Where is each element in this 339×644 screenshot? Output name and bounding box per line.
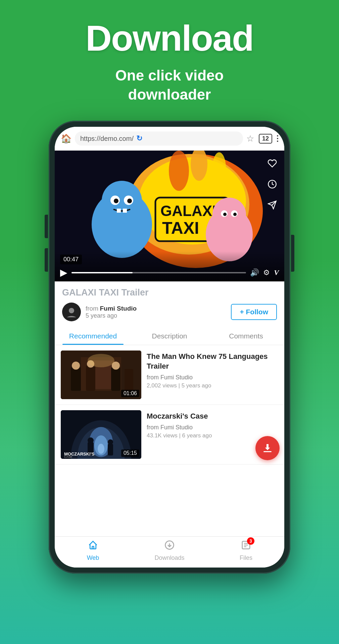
svg-point-21	[169, 151, 189, 191]
tabs-row: Recommended Description Comments	[55, 326, 284, 345]
more-menu-icon[interactable]	[277, 135, 278, 142]
svg-point-28	[69, 308, 74, 313]
channel-time: 5 years ago	[86, 312, 226, 319]
hero-subtitle: One click video downloader	[20, 66, 319, 104]
url-text: https://demo.com/	[80, 135, 134, 143]
svg-point-11	[114, 199, 118, 203]
history-icon[interactable]	[265, 177, 280, 192]
video-player[interactable]: GALAXI TAXI	[55, 151, 284, 281]
list-item: 01:06 The Man Who Knew 75 Languages Trai…	[55, 345, 284, 405]
svg-point-20	[233, 213, 237, 216]
tab-recommended[interactable]: Recommended	[55, 326, 131, 345]
svg-rect-35	[86, 366, 95, 391]
nav-downloads[interactable]: Downloads	[131, 540, 208, 561]
svg-rect-59	[244, 546, 247, 547]
svg-rect-13	[117, 209, 121, 213]
svg-point-23	[212, 152, 226, 182]
volume-up-button[interactable]	[45, 215, 48, 238]
svg-text:CASE: CASE	[64, 455, 72, 459]
hero-title: Download	[20, 20, 319, 56]
video-title: GALAXI TAXI Trailer	[62, 287, 277, 298]
svg-point-34	[72, 362, 80, 370]
url-bar[interactable]: https://demo.com/ ↻	[75, 131, 243, 146]
tab-comments[interactable]: Comments	[208, 326, 284, 345]
svg-point-19	[223, 213, 227, 216]
bookmark-icon[interactable]: ☆	[246, 133, 254, 144]
svg-rect-33	[71, 367, 81, 391]
share-icon[interactable]	[265, 198, 280, 212]
hero-section: Download One click video downloader	[0, 0, 339, 104]
svg-rect-49	[108, 444, 113, 455]
like-icon[interactable]	[265, 156, 280, 171]
channel-avatar	[62, 303, 81, 321]
svg-text:GALAXI: GALAXI	[160, 203, 216, 219]
bottom-nav: Web Downloads	[55, 536, 284, 568]
svg-text:TAXI: TAXI	[162, 219, 199, 237]
browser-bar: 🏠 https://demo.com/ ↻ ☆ 12	[55, 127, 284, 151]
power-button[interactable]	[291, 235, 294, 272]
recommended-list: 01:06 The Man Who Knew 75 Languages Trai…	[55, 345, 284, 536]
progress-fill	[71, 272, 133, 273]
rec-info-2: Moczarski's Case from Fumi Studio 43.1K …	[147, 410, 278, 439]
rec-title-2: Moczarski's Case	[147, 412, 278, 421]
tab-description[interactable]: Description	[131, 326, 208, 345]
video-controls: 00:47 ▶ 🔊 ⚙ V	[55, 251, 284, 281]
play-button[interactable]: ▶	[60, 267, 67, 278]
downloads-icon	[164, 540, 175, 552]
progress-bar[interactable]	[71, 272, 246, 273]
video-channel: from Fumi Studio 5 years ago + Follow	[62, 303, 277, 321]
phone-screen: 🏠 https://demo.com/ ↻ ☆ 12	[55, 127, 284, 568]
rec-meta-2: 43.1K views | 6 years ago	[147, 432, 278, 439]
rec-thumb-2: MOCZARSKI'S CASE 05:15	[61, 410, 141, 459]
nav-web[interactable]: Web	[55, 540, 131, 561]
video-side-actions	[265, 156, 280, 212]
video-progress-row: ▶ 🔊 ⚙ V	[60, 267, 279, 278]
svg-point-50	[108, 439, 113, 445]
svg-point-48	[88, 437, 94, 443]
follow-button[interactable]: + Follow	[231, 304, 277, 320]
web-icon	[88, 540, 98, 552]
channel-from: from Fumi Studio	[86, 305, 226, 312]
nav-files[interactable]: 3 Files	[208, 540, 284, 561]
rec-thumb-1: 01:06	[61, 351, 141, 399]
rec-info-1: The Man Who Knew 75 Languages Trailer fr…	[147, 351, 278, 389]
files-badge: 3	[247, 537, 254, 545]
nav-downloads-label: Downloads	[154, 554, 184, 561]
phone-frame: 🏠 https://demo.com/ ↻ ☆ 12	[49, 121, 290, 574]
nav-files-label: Files	[240, 554, 252, 561]
svg-rect-58	[244, 545, 248, 546]
svg-point-40	[88, 354, 114, 367]
svg-rect-14	[123, 209, 127, 213]
rec-channel-1: from Fumi Studio	[147, 374, 278, 381]
refresh-icon[interactable]: ↻	[136, 134, 142, 143]
channel-name-text: Fumi Studio	[100, 305, 137, 312]
svg-point-12	[127, 199, 132, 203]
files-icon: 3	[241, 540, 251, 552]
tabs-count[interactable]: 12	[259, 134, 272, 144]
phone-mockup: 🏠 https://demo.com/ ↻ ☆ 12	[49, 121, 290, 574]
video-info: GALAXI TAXI Trailer from Fumi Studio	[55, 281, 284, 326]
list-item: MOCZARSKI'S CASE 05:15 Moczarski's Case …	[55, 405, 284, 465]
svg-rect-37	[111, 367, 120, 391]
svg-point-8	[102, 181, 142, 221]
browser-action-icons: ☆ 12	[246, 133, 278, 144]
rec-duration-2: 05:15	[121, 449, 139, 457]
svg-point-16	[212, 198, 246, 231]
vimeo-icon: V	[274, 268, 279, 277]
settings-icon[interactable]: ⚙	[263, 268, 270, 277]
volume-down-button[interactable]	[45, 248, 48, 272]
home-icon[interactable]: 🏠	[61, 133, 71, 144]
rec-duration-1: 01:06	[121, 390, 139, 397]
svg-rect-53	[263, 451, 272, 452]
nav-web-label: Web	[87, 554, 99, 561]
channel-info: from Fumi Studio 5 years ago	[86, 305, 226, 319]
video-timestamp: 00:47	[60, 255, 82, 264]
svg-point-46	[98, 444, 104, 454]
download-fab[interactable]	[255, 436, 280, 460]
rec-channel-2: from Fumi Studio	[147, 424, 278, 431]
rec-title-1: The Man Who Knew 75 Languages Trailer	[147, 352, 278, 371]
svg-rect-39	[125, 369, 133, 391]
rec-meta-1: 2,002 views | 5 years ago	[147, 382, 278, 389]
volume-icon[interactable]: 🔊	[250, 268, 259, 277]
